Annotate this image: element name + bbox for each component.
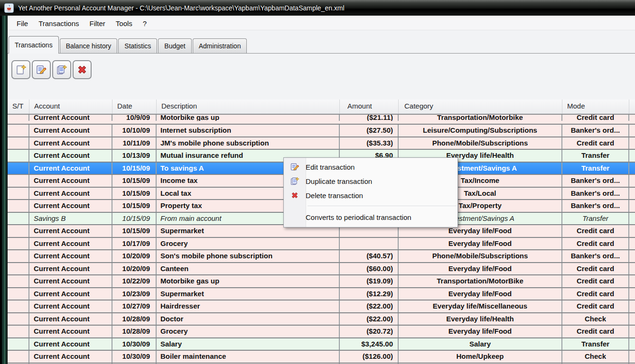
cell-mode: Banker's ord... [562, 188, 629, 200]
cell-st [8, 250, 29, 262]
cell-extra [629, 175, 635, 187]
context-menu-label: Duplicate transaction [306, 177, 372, 185]
table-row[interactable]: Current Account 10/30/09 Boiler maintena… [8, 351, 635, 364]
table-row[interactable]: Current Account 10/27/09 Hairdresser ($2… [8, 300, 635, 313]
tab-budget[interactable]: Budget [158, 38, 191, 53]
cell-mode: Banker's ord... [562, 250, 629, 262]
cell-st [8, 351, 29, 363]
table-row[interactable]: Current Account 10/28/09 Grocery ($20.72… [8, 326, 635, 338]
table-row[interactable]: Current Account 10/11/09 JM's mobile pho… [8, 137, 635, 150]
delete-transaction-button[interactable] [73, 60, 92, 79]
application-window: Yet Another Personal Account Manager - C… [0, 0, 635, 364]
tab-balance-history[interactable]: Balance history [60, 38, 118, 53]
cell-extra [629, 250, 635, 262]
duplicate-transaction-icon [56, 64, 67, 75]
tab-administration[interactable]: Administration [193, 38, 247, 53]
cell-st [8, 300, 29, 312]
cell-category: Leisure/Computing/Subscriptions [399, 125, 562, 136]
new-transaction-icon [15, 64, 27, 75]
cell-amount: ($27.50) [340, 125, 399, 136]
cell-date: 10/22/09 [112, 275, 157, 287]
cell-extra [629, 313, 635, 325]
cell-category: Everyday life/Food [399, 326, 562, 337]
cell-account: Current Account [29, 200, 112, 212]
title-bar[interactable]: Yet Another Personal Account Manager - C… [0, 0, 635, 16]
header-date[interactable]: Date [112, 100, 157, 114]
cell-extra [629, 200, 635, 212]
table-row[interactable]: Current Account 10/9/09 Motorbike gas up… [8, 115, 635, 125]
cell-date: 10/20/09 [112, 263, 157, 275]
cell-extra [629, 300, 635, 312]
cell-account: Current Account [29, 300, 112, 312]
cell-description: Salary [157, 338, 340, 350]
cell-account: Current Account [29, 263, 112, 275]
cell-date: 10/15/09 [112, 225, 157, 237]
cell-amount: ($40.57) [340, 250, 399, 262]
menu-tools[interactable]: Tools [111, 18, 138, 29]
cell-date: 10/15/09 [112, 163, 157, 174]
tab-transactions[interactable]: Transactions [9, 36, 59, 54]
edit-transaction-button[interactable] [32, 60, 51, 79]
window-title: Yet Another Personal Account Manager - C… [18, 4, 345, 12]
header-description[interactable]: Description [157, 100, 340, 114]
table-row[interactable]: Current Account 10/20/09 Son's mobile ph… [8, 250, 635, 263]
cell-mode: Transfer [562, 150, 629, 162]
cell-st [8, 150, 29, 162]
duplicate-transaction-icon [284, 176, 306, 186]
cell-date: 10/11/09 [112, 137, 157, 149]
table-row[interactable]: Current Account 10/20/09 Canteen ($60.00… [8, 263, 635, 276]
cell-amount: ($60.00) [340, 263, 399, 275]
menu-transactions[interactable]: Transactions [33, 18, 84, 29]
cell-category: Phone/Mobile/Subscriptions [399, 137, 562, 149]
context-menu-item-edit[interactable]: Edit transaction [284, 160, 458, 174]
cell-account: Current Account [29, 338, 112, 350]
header-st[interactable]: S/T [8, 100, 29, 114]
cell-date: 10/30/09 [112, 351, 157, 363]
menu-filter[interactable]: Filter [84, 18, 110, 29]
table-row[interactable]: Current Account 10/30/09 Salary $3,245.0… [8, 338, 635, 351]
context-menu-item-delete[interactable]: Delete transaction [284, 188, 458, 202]
cell-extra [629, 238, 635, 250]
cell-category: Everyday life/Food [399, 263, 562, 275]
header-account[interactable]: Account [29, 100, 112, 114]
cell-account: Current Account [29, 326, 112, 337]
cell-st [8, 175, 29, 187]
cell-amount: ($22.00) [340, 313, 399, 325]
table-row[interactable]: Current Account 10/22/09 Motorbike gas u… [8, 275, 635, 288]
menu-help[interactable]: ? [138, 18, 152, 29]
table-row[interactable]: Current Account 10/28/09 Doctor ($22.00)… [8, 313, 635, 326]
cell-amount [340, 238, 399, 250]
context-menu-item-convert-periodical[interactable]: Converts to periodical transaction [284, 210, 458, 224]
menu-file[interactable]: File [11, 18, 33, 29]
cell-mode: Check [562, 313, 629, 325]
new-transaction-button[interactable] [11, 60, 30, 79]
cell-st [8, 213, 29, 225]
cell-description: Doctor [157, 313, 340, 325]
table-header: S/T Account Date Description Amount Cate… [8, 100, 635, 115]
header-category[interactable]: Category [399, 100, 562, 114]
cell-st [8, 137, 29, 149]
cell-description: Motorbike gas up [157, 115, 340, 121]
context-menu-item-duplicate[interactable]: Duplicate transaction [284, 174, 458, 188]
cell-extra [629, 163, 635, 174]
cell-amount: ($20.72) [340, 326, 399, 337]
cell-amount: ($35.33) [340, 137, 399, 149]
tab-statistics[interactable]: Statistics [118, 38, 157, 53]
header-mode[interactable]: Mode [562, 100, 629, 114]
table-row[interactable]: Current Account 10/10/09 Internet subscr… [8, 125, 635, 137]
header-amount[interactable]: Amount [340, 100, 399, 114]
cell-account: Current Account [29, 250, 112, 262]
cell-date: 10/17/09 [112, 238, 157, 250]
table-row[interactable]: Current Account 10/23/09 Supermarket ($1… [8, 288, 635, 301]
cell-date: 10/15/09 [112, 200, 157, 212]
table-row[interactable]: Current Account 10/17/09 Grocery Everyda… [8, 238, 635, 251]
cell-description: Son's mobile phone subscription [157, 250, 340, 262]
cell-description: Hairdresser [157, 300, 340, 312]
cell-mode: Credit card [562, 225, 629, 237]
cell-category: Phone/Mobile/Subscriptions [399, 250, 562, 262]
delete-transaction-icon [284, 191, 306, 200]
duplicate-transaction-button[interactable] [52, 60, 71, 79]
cell-st [8, 238, 29, 250]
cell-date: 10/23/09 [112, 288, 157, 300]
context-menu-label: Edit transaction [306, 163, 355, 171]
